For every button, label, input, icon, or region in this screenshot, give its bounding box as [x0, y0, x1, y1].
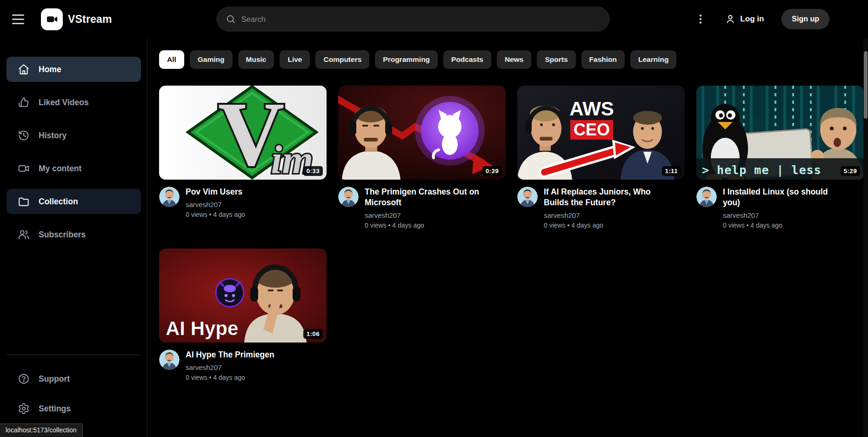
video-stats: 0 views • 4 days ago [544, 222, 667, 229]
channel-avatar[interactable] [159, 350, 180, 370]
video-stats: 0 views • 4 days ago [186, 374, 274, 381]
sidebar-item-settings[interactable]: Settings [7, 396, 141, 421]
sidebar-item-label: Subscribers [39, 230, 86, 240]
vim-logo-art: V im [159, 86, 327, 180]
channel-avatar[interactable] [517, 187, 538, 207]
category-chip[interactable]: Computers [315, 50, 369, 69]
help-circle-icon [18, 373, 30, 385]
duration-badge: 0:33 [303, 166, 323, 176]
video-card: V im 0:33 Pov Vim Users sarvesh207 0 vie… [159, 86, 327, 229]
main-content: All Gaming Music Live Computers Programm… [148, 38, 868, 437]
category-chip-all[interactable]: All [159, 50, 184, 69]
svg-text:AWS: AWS [569, 98, 614, 120]
history-clock-icon [18, 129, 30, 141]
scrollbar-thumb[interactable] [864, 51, 868, 119]
video-stats: 0 views • 4 days ago [365, 222, 487, 229]
video-meta-row: Pov Vim Users sarvesh207 0 views • 4 day… [159, 187, 327, 218]
ai-hype-art: AI Hype [159, 249, 327, 343]
topbar: VStream Log in Sign up [0, 0, 868, 38]
thumbs-up-icon [18, 96, 30, 108]
hamburger-menu-button[interactable] [12, 10, 31, 28]
video-title[interactable]: The Primigen Crashes Out on Microsoft [365, 187, 487, 208]
sidebar-item-label: Support [39, 374, 70, 384]
video-card: > help me | less 5:29 I Installed Linux … [696, 86, 864, 229]
video-meta-row: I Installed Linux (so should you) sarves… [696, 187, 864, 229]
category-chip[interactable]: Learning [630, 50, 676, 69]
video-meta-row: The Primigen Crashes Out on Microsoft sa… [338, 187, 506, 229]
sidebar-item-label: Settings [39, 404, 71, 414]
video-card: 0:39 The Primigen Crashes Out on Microso… [338, 86, 506, 229]
brand-name[interactable]: VStream [68, 13, 112, 26]
kebab-menu-button[interactable] [691, 10, 710, 28]
svg-text:CEO: CEO [574, 120, 610, 139]
sidebar-item-history[interactable]: History [7, 123, 141, 148]
video-thumbnail[interactable]: > help me | less 5:29 [696, 86, 864, 180]
video-thumbnail[interactable]: 0:39 [338, 86, 506, 180]
channel-name[interactable]: sarvesh207 [365, 211, 487, 219]
sidebar-item-collection[interactable]: Collection [7, 189, 141, 214]
sidebar-item-subscribers[interactable]: Subscribers [7, 222, 141, 247]
channel-avatar[interactable] [696, 187, 717, 207]
video-camera-icon [46, 13, 59, 26]
category-chip[interactable]: Podcasts [443, 50, 491, 69]
sidebar-divider [7, 355, 141, 355]
search-bar[interactable] [216, 7, 610, 32]
video-title[interactable]: Pov Vim Users [186, 187, 245, 197]
sidebar-item-home[interactable]: Home [7, 57, 141, 82]
category-chip[interactable]: Music [238, 50, 274, 69]
search-icon [226, 14, 236, 24]
channel-name[interactable]: sarvesh207 [544, 211, 667, 219]
video-title[interactable]: I Installed Linux (so should you) [723, 187, 846, 208]
category-chip[interactable]: Sports [537, 50, 575, 69]
video-card: AWS CEO 1:11 If AI Replaces Juniors, [517, 86, 685, 229]
signup-button[interactable]: Sign up [781, 9, 829, 29]
video-card: AI Hype 1:06 AI Hype The Primiegen sarve… [159, 249, 327, 381]
login-button[interactable]: Log in [725, 13, 764, 25]
sidebar-item-support[interactable]: Support [7, 366, 141, 391]
video-thumbnail[interactable]: V im 0:33 [159, 86, 327, 180]
duration-badge: 0:39 [482, 166, 502, 176]
channel-name[interactable]: sarvesh207 [723, 211, 846, 219]
video-stats: 0 views • 4 days ago [186, 211, 245, 218]
channel-avatar[interactable] [338, 187, 359, 207]
video-meta-row: If AI Replaces Juniors, Who Builds the F… [517, 187, 685, 229]
svg-text:> help me | less: > help me | less [702, 163, 821, 177]
category-chips-row: All Gaming Music Live Computers Programm… [159, 50, 864, 69]
category-chip[interactable]: Fashion [581, 50, 625, 69]
sidebar: Home Liked Videos History My content Col… [0, 38, 148, 437]
signup-label: Sign up [792, 15, 819, 23]
linux-tux-art: > help me | less [696, 86, 864, 180]
scrollbar-track[interactable] [863, 38, 868, 437]
sidebar-item-my-content[interactable]: My content [7, 156, 141, 181]
github-crash-art [338, 86, 506, 180]
channel-avatar[interactable] [159, 187, 180, 207]
video-thumbnail[interactable]: AWS CEO 1:11 [517, 86, 685, 180]
status-url-tooltip: localhost:5173/collection [0, 424, 83, 437]
channel-name[interactable]: sarvesh207 [186, 363, 274, 371]
brand-logo[interactable] [41, 8, 63, 30]
channel-name[interactable]: sarvesh207 [186, 201, 245, 208]
video-meta-row: AI Hype The Primiegen sarvesh207 0 views… [159, 350, 327, 381]
svg-text:AI Hype: AI Hype [166, 317, 238, 339]
aws-ceo-art: AWS CEO [517, 86, 685, 180]
users-icon [18, 229, 30, 241]
duration-badge: 5:29 [841, 166, 860, 176]
video-title[interactable]: AI Hype The Primiegen [186, 350, 274, 360]
category-chip[interactable]: Programming [375, 50, 438, 69]
category-chip[interactable]: Gaming [190, 50, 233, 69]
sidebar-item-label: History [39, 131, 67, 141]
search-input[interactable] [241, 15, 601, 24]
duration-badge: 1:11 [662, 166, 681, 176]
kebab-icon [696, 14, 705, 24]
hamburger-icon [12, 14, 24, 16]
video-thumbnail[interactable]: AI Hype 1:06 [159, 249, 327, 343]
sidebar-item-label: Home [39, 65, 61, 74]
sidebar-item-liked-videos[interactable]: Liked Videos [7, 90, 141, 115]
video-title[interactable]: If AI Replaces Juniors, Who Builds the F… [544, 187, 667, 208]
video-camera-icon [18, 162, 30, 175]
duration-badge: 1:06 [303, 329, 323, 339]
sidebar-item-label: Collection [39, 197, 78, 207]
category-chip[interactable]: News [497, 50, 532, 69]
category-chip[interactable]: Live [280, 50, 310, 69]
sidebar-item-label: My content [39, 164, 81, 174]
